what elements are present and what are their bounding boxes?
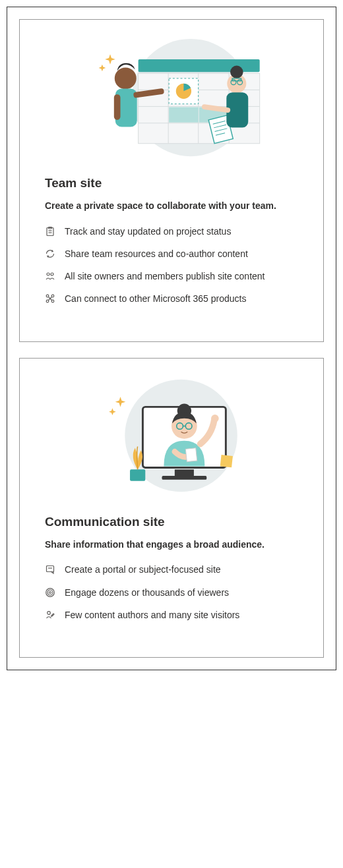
svg-rect-46 (130, 470, 145, 481)
communication-site-illustration (20, 359, 323, 507)
team-site-title: Team site (45, 176, 298, 190)
communication-site-title: Communication site (45, 515, 298, 529)
svg-point-36 (51, 295, 54, 298)
connect-icon (45, 293, 55, 304)
feature-text: Create a portal or subject-focused site (65, 563, 298, 576)
note-icon (45, 564, 55, 575)
svg-rect-54 (47, 566, 54, 572)
communication-site-card[interactable]: Communication site Share information tha… (19, 358, 324, 658)
svg-point-35 (46, 295, 49, 298)
svg-point-34 (51, 273, 53, 275)
svg-point-56 (49, 591, 51, 593)
feature-item: All site owners and members publish site… (45, 270, 298, 283)
svg-point-37 (46, 301, 49, 303)
feature-text: Track and stay updated on project status (65, 225, 298, 238)
feature-text: Share team resources and co-author conte… (65, 247, 298, 260)
team-site-features: Track and stay updated on project status… (45, 225, 298, 306)
communication-site-subtitle: Share information that engages a broad a… (45, 538, 298, 552)
team-site-illustration (20, 20, 323, 168)
feature-item: Engage dozens or thousands of viewers (45, 586, 298, 599)
team-site-card[interactable]: Team site Create a private space to coll… (19, 19, 324, 342)
people-icon (45, 271, 55, 281)
feature-text: Can connect to other Microsoft 365 produ… (65, 292, 298, 305)
clipboard-icon (45, 226, 55, 237)
svg-point-59 (47, 612, 51, 615)
team-site-subtitle: Create a private space to collaborate wi… (45, 200, 298, 213)
svg-point-38 (51, 301, 54, 303)
sync-icon (45, 248, 55, 259)
feature-item: Create a portal or subject-focused site (45, 563, 298, 576)
svg-rect-53 (185, 448, 197, 462)
feature-item: Track and stay updated on project status (45, 225, 298, 238)
site-type-chooser: Team site Create a private space to coll… (7, 7, 336, 670)
communication-site-features: Create a portal or subject-focused site … (45, 563, 298, 622)
feature-item: Few content authors and many site visito… (45, 608, 298, 622)
svg-point-18 (115, 67, 137, 89)
feature-text: Few content authors and many site visito… (65, 608, 298, 622)
feature-item: Share team resources and co-author conte… (45, 247, 298, 260)
svg-rect-21 (114, 94, 121, 120)
feature-text: Engage dozens or thousands of viewers (65, 586, 298, 599)
svg-point-23 (230, 65, 243, 78)
author-icon (45, 610, 55, 620)
feature-item: Can connect to other Microsoft 365 produ… (45, 292, 298, 305)
feature-text: All site owners and members publish site… (65, 270, 298, 283)
svg-rect-45 (220, 455, 233, 467)
svg-rect-43 (175, 470, 194, 477)
svg-point-33 (47, 273, 49, 275)
svg-point-52 (211, 415, 219, 422)
svg-rect-9 (169, 107, 199, 122)
broadcast-icon (45, 587, 55, 598)
svg-rect-44 (162, 476, 206, 480)
svg-point-57 (47, 590, 53, 595)
